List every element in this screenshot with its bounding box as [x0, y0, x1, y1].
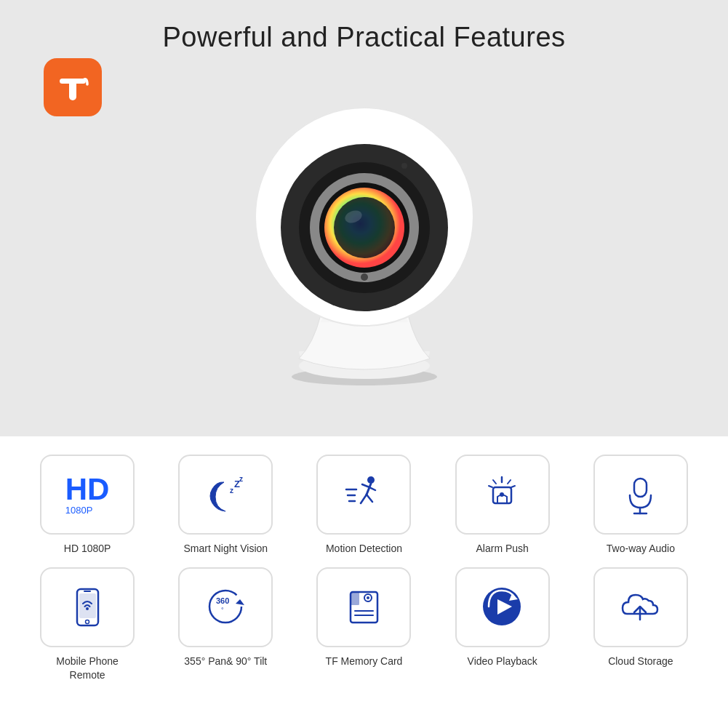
svg-line-19 [362, 484, 369, 487]
features-grid: HD 1080P HD 1080P z Z z Smart Night Visi… [22, 455, 706, 683]
svg-rect-1 [69, 79, 76, 100]
feature-mobile: Mobile Phone Remote [22, 567, 153, 683]
feature-label-cloud: Cloud Storage [608, 655, 673, 669]
svg-text:z: z [239, 475, 243, 483]
feature-label-pan: 355° Pan& 90° Tilt [184, 655, 267, 669]
tf-icon-box [316, 567, 411, 647]
svg-line-28 [493, 480, 496, 484]
svg-point-12 [361, 273, 368, 281]
svg-line-29 [508, 480, 511, 484]
phone-icon [64, 583, 111, 631]
svg-text:z: z [230, 487, 233, 495]
feature-label-audio: Two-way Audio [607, 542, 675, 556]
svg-point-41 [209, 591, 241, 623]
svg-rect-46 [351, 592, 359, 605]
feature-label-alarm: Alarm Push [476, 542, 529, 556]
feature-cloud: Cloud Storage [575, 567, 706, 683]
feature-audio: Two-way Audio [575, 455, 706, 556]
svg-text:360: 360 [216, 596, 229, 605]
feature-label-playback: Video Playback [468, 655, 537, 669]
motion-icon-box [316, 455, 411, 535]
svg-text:°: ° [221, 607, 224, 614]
feature-label-motion: Motion Detection [326, 542, 402, 556]
svg-point-38 [85, 620, 89, 624]
feature-label-night: Smart Night Vision [183, 542, 268, 556]
tf-card-icon [340, 583, 388, 631]
alarm-icon [479, 471, 526, 519]
svg-point-40 [86, 607, 89, 610]
mobile-icon-box [40, 567, 135, 647]
feature-label-tf: TF Memory Card [326, 655, 403, 669]
svg-line-21 [361, 495, 367, 503]
hd-sub-label: 1080P [65, 505, 110, 516]
feature-playback: Video Playback [437, 567, 568, 683]
features-section: HD 1080P HD 1080P z Z z Smart Night Visi… [0, 436, 728, 728]
360-icon: 360 ° [202, 583, 249, 631]
feature-tf: TF Memory Card [298, 567, 429, 683]
pan-icon-box: 360 ° [178, 567, 273, 647]
night-icon-box: z Z z [178, 455, 273, 535]
svg-point-32 [500, 492, 504, 497]
tuya-logo [44, 58, 102, 116]
cloud-icon-box [593, 567, 688, 647]
moon-icon: z Z z [202, 471, 249, 519]
hd-label: HD [65, 474, 110, 505]
feature-label-hd: HD 1080P [64, 542, 111, 556]
svg-line-30 [489, 486, 492, 487]
svg-line-31 [511, 486, 515, 487]
top-section: Powerful and Practical Features [0, 0, 728, 436]
svg-rect-33 [634, 479, 647, 497]
feature-label-mobile: Mobile Phone Remote [40, 655, 135, 683]
feature-motion: Motion Detection [298, 455, 429, 556]
feature-hd: HD 1080P HD 1080P [22, 455, 153, 556]
svg-point-13 [401, 163, 407, 169]
svg-line-18 [367, 484, 371, 495]
svg-line-20 [369, 487, 375, 490]
svg-point-10 [334, 197, 395, 258]
playback-icon-box [455, 567, 550, 647]
feature-night: z Z z Smart Night Vision [160, 455, 291, 556]
motion-icon [340, 471, 388, 519]
svg-marker-42 [236, 599, 244, 605]
alarm-icon-box [455, 455, 550, 535]
cloud-icon [617, 583, 664, 631]
page-title: Powerful and Practical Features [162, 22, 565, 53]
feature-pan: 360 ° 355° Pan& 90° Tilt [160, 567, 291, 683]
play-icon [479, 583, 526, 631]
svg-line-22 [367, 495, 372, 502]
hd-icon-box: HD 1080P [40, 455, 135, 535]
audio-icon-box [593, 455, 688, 535]
mic-icon [617, 471, 664, 519]
svg-point-50 [367, 596, 369, 599]
camera-image [241, 68, 488, 388]
feature-alarm: Alarm Push [437, 455, 568, 556]
